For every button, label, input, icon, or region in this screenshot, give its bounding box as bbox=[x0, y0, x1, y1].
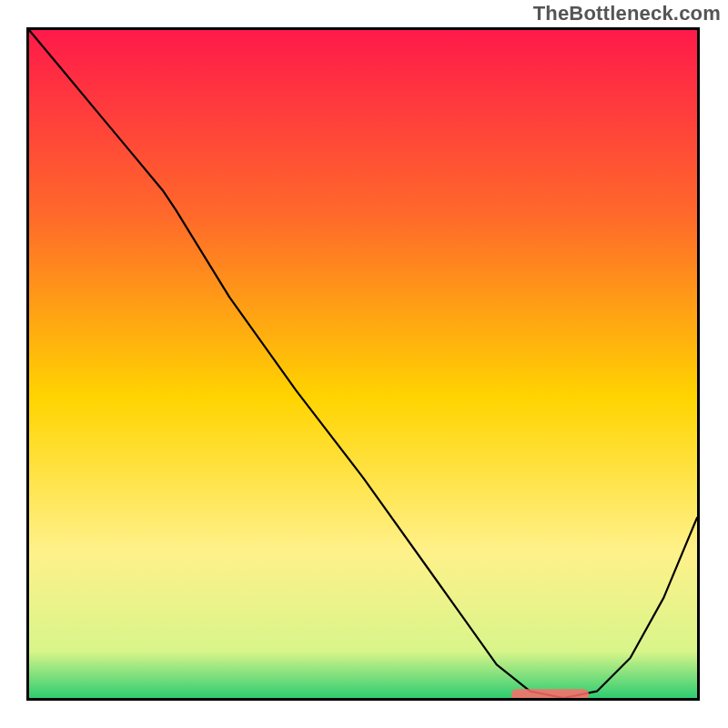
chart-container: TheBottleneck.com bbox=[0, 0, 728, 728]
watermark-text: TheBottleneck.com bbox=[533, 2, 721, 25]
chart-background-gradient bbox=[29, 30, 697, 698]
bottleneck-chart bbox=[29, 30, 697, 698]
